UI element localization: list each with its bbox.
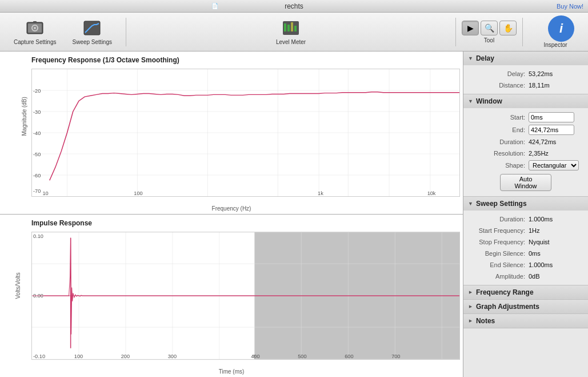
sweep-duration-value: 1.000ms [529, 216, 553, 223]
sweep-settings-label: Sweep Settings [476, 200, 527, 208]
zoom-tool-button[interactable]: 🔍 [481, 21, 498, 35]
svg-rect-5 [84, 21, 100, 35]
sweep-end-silence-value: 1.000ms [529, 261, 553, 268]
level-meter-icon [282, 19, 300, 37]
delay-content: Delay: 53,22ms Distance: 18,11m [463, 65, 588, 94]
delay-header-label: Delay [476, 54, 494, 62]
svg-rect-9 [291, 22, 293, 31]
svg-text:-60: -60 [33, 173, 41, 178]
cursor-tool-button[interactable]: ▶ [462, 21, 479, 35]
freq-range-header[interactable]: ▼ Frequency Range [463, 285, 588, 299]
svg-text:-70: -70 [33, 189, 41, 194]
svg-rect-10 [294, 26, 297, 31]
notes-triangle: ▼ [467, 319, 473, 324]
freq-range-section: ▼ Frequency Range [463, 285, 588, 300]
toolbar-sep-3 [522, 18, 523, 46]
svg-rect-8 [287, 25, 290, 31]
impulse-y-axis-label: Volts/Volts [15, 272, 21, 299]
delay-label: Delay: [468, 70, 525, 77]
sweep-begin-silence-label: Begin Silence: [468, 250, 525, 257]
freq-response-chart: Frequency Response (1/3 Octave Smoothing… [0, 51, 463, 215]
window-shape-row: Shape: Rectangular Hann Hamming [463, 159, 588, 172]
title-bar: 📄 rechts Buy Now! [0, 0, 588, 13]
delay-triangle: ▼ [468, 55, 473, 61]
svg-text:-20: -20 [33, 88, 41, 93]
sweep-start-freq-row: Start Frequency: 1Hz [463, 225, 588, 236]
sweep-start-freq-label: Start Frequency: [468, 227, 525, 234]
sweep-settings-header[interactable]: ▼ Sweep Settings [463, 197, 588, 211]
toolbar-sep-1 [126, 18, 126, 46]
svg-text:100: 100 [74, 354, 83, 359]
delay-header[interactable]: ▼ Delay [463, 51, 588, 65]
window-duration-value: 424,72ms [529, 138, 556, 145]
freq-chart-canvas: -20 -30 -40 -50 -60 -70 10 100 1k 10k [31, 69, 460, 197]
svg-text:400: 400 [251, 354, 259, 359]
svg-text:-30: -30 [33, 109, 41, 114]
distance-value: 18,11m [529, 82, 550, 89]
window-resolution-value: 2,35Hz [529, 150, 549, 157]
main-layout: Frequency Response (1/3 Octave Smoothing… [0, 51, 588, 377]
svg-text:-0.10: -0.10 [33, 354, 45, 359]
sweep-stop-freq-label: Stop Frequency: [468, 239, 525, 245]
window-shape-label: Shape: [468, 162, 525, 169]
window-header[interactable]: ▼ Window [463, 94, 588, 108]
graph-adj-header[interactable]: ▼ Graph Adjustments [463, 300, 588, 313]
svg-point-3 [34, 27, 36, 29]
capture-settings-button[interactable]: Capture Settings [6, 15, 65, 49]
sweep-duration-row: Duration: 1.000ms [463, 213, 588, 225]
auto-window-button[interactable]: Auto Window [500, 174, 551, 191]
window-duration-label: Duration: [468, 138, 525, 145]
notes-header[interactable]: ▼ Notes [463, 314, 588, 328]
svg-text:-50: -50 [33, 152, 41, 157]
sweep-duration-label: Duration: [468, 216, 525, 223]
toolbar: Capture Settings Sweep Settings Level Me… [0, 13, 588, 51]
sweep-amplitude-value: 0dB [529, 273, 540, 280]
svg-text:200: 200 [121, 354, 130, 359]
level-meter-button[interactable]: Level Meter [132, 15, 450, 49]
file-icon: 📄 [211, 3, 218, 9]
level-meter-label: Level Meter [276, 39, 306, 45]
impulse-chart-title: Impulse Response [31, 219, 92, 227]
sweep-amplitude-label: Amplitude: [468, 273, 525, 280]
freq-range-label: Frequency Range [476, 288, 534, 296]
freq-range-triangle: ▼ [467, 290, 473, 295]
window-shape-select[interactable]: Rectangular Hann Hamming [529, 160, 579, 170]
buy-now-link[interactable]: Buy Now! [557, 3, 583, 10]
freq-y-axis-label: Magnitude (dB) [21, 97, 27, 136]
impulse-x-axis-label: Time (ms) [219, 368, 245, 375]
pan-tool-button[interactable]: ✋ [499, 21, 517, 35]
distance-label: Distance: [468, 82, 525, 89]
window-end-label: End: [468, 126, 525, 133]
sweep-settings-label: Sweep Settings [73, 39, 113, 45]
sweep-stop-freq-value: Nyquist [529, 239, 550, 245]
window-duration-row: Duration: 424,72ms [463, 136, 588, 148]
sweep-amplitude-row: Amplitude: 0dB [463, 271, 588, 282]
capture-settings-icon [26, 19, 44, 37]
sweep-end-silence-row: End Silence: 1.000ms [463, 259, 588, 271]
svg-text:600: 600 [345, 354, 353, 359]
svg-text:10k: 10k [427, 191, 436, 196]
sweep-settings-button[interactable]: Sweep Settings [65, 15, 121, 49]
inspector-icon: i [548, 15, 574, 42]
svg-text:1k: 1k [318, 191, 323, 196]
window-triangle: ▼ [468, 98, 473, 104]
svg-text:10: 10 [42, 191, 48, 196]
window-header-label: Window [476, 97, 502, 105]
graph-adj-label: Graph Adjustments [476, 303, 539, 311]
sweep-settings-section: ▼ Sweep Settings Duration: 1.000ms Start… [463, 197, 588, 285]
freq-chart-title: Frequency Response (1/3 Octave Smoothing… [31, 56, 179, 64]
svg-rect-4 [33, 21, 37, 23]
delay-value: 53,22ms [529, 70, 553, 77]
window-start-input[interactable] [529, 112, 574, 122]
window-end-input[interactable] [529, 125, 574, 135]
charts-area: Frequency Response (1/3 Octave Smoothing… [0, 51, 463, 377]
sweep-end-silence-label: End Silence: [468, 261, 525, 268]
inspector-label: Inspector [543, 42, 567, 48]
freq-x-axis-label: Frequency (Hz) [212, 205, 251, 212]
svg-text:500: 500 [298, 354, 306, 359]
sweep-begin-silence-value: 0ms [529, 250, 541, 257]
window-section: ▼ Window Start: End: Duration: 424,72ms … [463, 94, 588, 197]
window-resolution-row: Resolution: 2,35Hz [463, 148, 588, 159]
notes-label: Notes [476, 317, 495, 325]
inspector-button[interactable]: i Inspector [529, 12, 582, 51]
